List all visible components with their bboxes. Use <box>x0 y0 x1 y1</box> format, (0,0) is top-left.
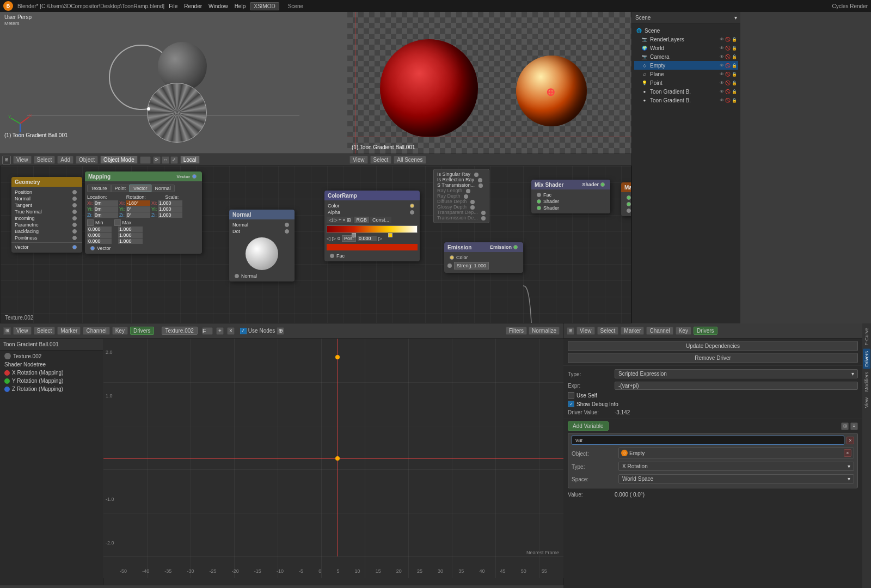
surface-socket[interactable] <box>627 195 631 200</box>
tree-world[interactable]: 🌍 World 👁 🚫 🔒 <box>634 44 738 52</box>
show-debug-checkbox[interactable]: ✓ <box>568 401 574 407</box>
engine-selector[interactable]: XSIMOD <box>250 2 279 10</box>
normalize-btn[interactable]: Normalize <box>529 327 560 335</box>
max-x[interactable] <box>118 226 143 232</box>
socket-tangent-out[interactable] <box>72 203 77 207</box>
filters-btn[interactable]: Filters <box>506 327 527 335</box>
var-name-input[interactable] <box>572 436 844 445</box>
rot-z-input[interactable] <box>126 212 150 218</box>
object-field[interactable]: ◇ Empty × <box>618 448 854 458</box>
var-icon2[interactable]: ≡ <box>850 422 858 430</box>
fcurve-canvas[interactable]: 2.0 1.0 -1.0 -2.0 -50 -40 -35 -30 -25 -2… <box>103 339 563 578</box>
remove-driver-btn[interactable]: Remove Driver <box>568 353 858 363</box>
max-z[interactable] <box>118 238 143 244</box>
emission-out[interactable] <box>513 245 518 249</box>
mix-fac-socket[interactable] <box>537 193 541 197</box>
colorramp-rgb-tab[interactable]: RGB <box>354 217 370 223</box>
fcurve-plus[interactable]: + <box>216 327 224 335</box>
fcurve-x-rot[interactable]: X Rotation (Mapping) <box>2 369 101 377</box>
emission-strength-socket[interactable] <box>447 264 452 268</box>
rot-y-input[interactable] <box>126 206 150 212</box>
scene-selector[interactable]: Scene <box>288 3 303 9</box>
tab-view[interactable]: View <box>863 395 870 410</box>
update-deps-btn[interactable]: Update Dependencies <box>568 341 858 351</box>
loc-x-input[interactable] <box>94 200 118 206</box>
min-y[interactable] <box>87 232 112 238</box>
lp-socket-8[interactable] <box>481 211 486 215</box>
tab-normal[interactable]: Normal <box>151 185 175 192</box>
node-normal[interactable]: Normal Normal Dot Normal <box>229 210 295 281</box>
tab-point[interactable]: Point <box>111 185 130 192</box>
use-self-checkbox[interactable] <box>568 392 574 399</box>
all-scenes-btn[interactable]: All Scenes <box>394 156 426 164</box>
socket-colorramp-alpha[interactable] <box>410 210 414 215</box>
tree-renderlayers[interactable]: 📷 RenderLayers 👁 🚫 🔒 <box>634 35 738 44</box>
colorramp-gradient[interactable] <box>327 225 418 233</box>
viewport-3d[interactable]: User Persp Meters X Y Z (1) Toon Gradien… <box>0 12 347 154</box>
use-nodes-icon[interactable]: ⊕ <box>277 327 284 335</box>
lp-socket-6[interactable] <box>470 200 475 204</box>
view-btn[interactable]: View <box>13 156 32 164</box>
lp-socket-7[interactable] <box>470 205 475 210</box>
socket-backfacing-out[interactable] <box>72 229 77 234</box>
socket-normal-out[interactable] <box>72 197 77 201</box>
expr-input[interactable] <box>615 382 858 390</box>
min-checkbox[interactable] <box>87 219 94 226</box>
tree-toon1[interactable]: ● Toon Gradient B. 👁 🚫 🔒 <box>634 87 738 96</box>
marker-btn[interactable]: Marker <box>57 327 81 335</box>
tab-modifiers[interactable]: Modifiers <box>863 370 870 394</box>
object-btn[interactable]: Object <box>76 156 98 164</box>
fcurve-data-item[interactable]: Texture.002 <box>2 352 101 360</box>
driver-key-btn[interactable]: Key <box>676 327 691 335</box>
rot-x-input[interactable] <box>126 200 150 206</box>
tree-toon2[interactable]: ● Toon Gradient B. 👁 🚫 🔒 <box>634 96 738 105</box>
fcurve-icon1[interactable]: ⊞ <box>3 327 11 335</box>
max-y[interactable] <box>118 232 143 238</box>
max-checkbox[interactable] <box>114 219 121 226</box>
socket-parametric-out[interactable] <box>72 223 77 227</box>
driver-view-btn[interactable]: View <box>576 327 595 335</box>
active-texture[interactable]: Texture.002 <box>162 327 198 335</box>
tree-point[interactable]: 💡 Point 👁 🚫 🔒 <box>634 78 738 87</box>
lp-socket-5[interactable] <box>464 194 468 199</box>
select-btn-3d[interactable]: Select <box>34 156 56 164</box>
menu-file[interactable]: File <box>169 3 177 9</box>
view-btn-render[interactable]: View <box>349 156 368 164</box>
node-mix-shader[interactable]: Mix Shader Shader Fac Shader Shader <box>531 180 610 213</box>
tree-camera[interactable]: 📷 Camera 👁 🚫 🔒 <box>634 52 738 61</box>
fcurve-icon-f[interactable]: F <box>202 327 213 335</box>
driver-drivers-btn[interactable]: Drivers <box>694 327 717 335</box>
driver-marker-btn[interactable]: Marker <box>621 327 644 335</box>
node-material-output[interactable]: Material Output Surface Volume Displacem… <box>621 182 631 216</box>
tab-texture[interactable]: Texture <box>87 185 111 192</box>
scale-x-input[interactable] <box>158 200 182 206</box>
socket-mapping-vector-in[interactable] <box>90 246 95 250</box>
mix-shader-out[interactable] <box>600 182 605 187</box>
socket-pointiness-out[interactable] <box>72 236 77 240</box>
space-dropdown[interactable]: World Space ▾ <box>618 474 854 483</box>
viewport-icon[interactable]: ⊞ <box>2 156 11 164</box>
loc-z-input[interactable] <box>94 212 118 218</box>
socket-vector-out-dot[interactable] <box>72 245 77 249</box>
node-geometry[interactable]: Geometry Position Normal Tangent True No… <box>11 177 82 253</box>
type-dropdown[interactable]: Scripted Expression ▾ <box>615 369 858 378</box>
menu-window[interactable]: Window <box>208 3 228 9</box>
lp-socket-4[interactable] <box>466 189 470 193</box>
local-btn[interactable]: Local <box>180 156 200 164</box>
use-nodes-check[interactable]: ✓ <box>240 328 247 334</box>
tree-plane[interactable]: ▱ Plane 👁 🚫 🔒 <box>634 70 738 78</box>
socket-true-normal-out[interactable] <box>72 210 77 214</box>
key-btn[interactable]: Key <box>112 327 128 335</box>
socket-normal-normal[interactable] <box>285 223 289 227</box>
object-clear-btn[interactable]: × <box>844 449 851 457</box>
gradient-handle-2[interactable] <box>388 233 392 237</box>
tab-drivers[interactable]: Drivers <box>863 349 870 369</box>
fcurve-editor[interactable]: ⊞ View Select Marker Channel Key Drivers… <box>0 323 563 588</box>
emission-color-socket[interactable] <box>450 255 454 260</box>
mode-selector[interactable]: Object Mode <box>100 156 138 164</box>
socket-position-out[interactable] <box>72 190 77 194</box>
transform-icon-1[interactable]: ⟳ <box>153 156 161 164</box>
pos-input[interactable] <box>358 236 377 241</box>
node-colorramp[interactable]: ColorRamp Color Alpha ◁ ▷ + × <box>324 191 420 261</box>
lp-socket-2[interactable] <box>478 178 482 182</box>
